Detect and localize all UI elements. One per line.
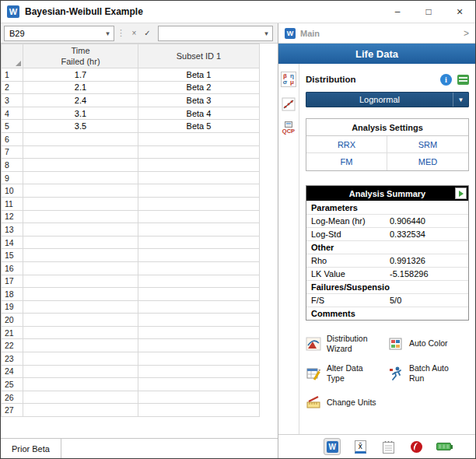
dropdown-arrow-icon[interactable]: ▼ (453, 93, 468, 107)
column-header-time-failed[interactable]: Time Failed (hr) (23, 44, 138, 68)
sheet-tab-prior-beta[interactable]: Prior Beta (1, 439, 61, 458)
cell-subset-id[interactable] (138, 210, 260, 223)
life-data-tab[interactable]: W (324, 438, 341, 455)
cell-subset-id[interactable] (138, 404, 260, 417)
cell-subset-id[interactable]: Beta 2 (138, 81, 260, 94)
cell-subset-id[interactable] (138, 275, 260, 288)
row-header[interactable]: 2 (2, 81, 23, 94)
cell-time-failed[interactable] (23, 261, 138, 275)
cell-subset-id[interactable]: Beta 3 (138, 94, 260, 107)
cell-time-failed[interactable] (23, 236, 138, 249)
close-button[interactable]: × (444, 1, 475, 23)
row-header[interactable]: 26 (2, 391, 23, 404)
notes-tab[interactable] (380, 438, 397, 455)
cell-subset-id[interactable] (138, 159, 260, 172)
cell-time-failed[interactable]: 1.7 (23, 68, 138, 82)
cell-subset-id[interactable] (138, 365, 260, 378)
tool-change-units[interactable]: Change Units (306, 392, 387, 414)
minimize-button[interactable]: – (382, 1, 413, 23)
setting-srm-link[interactable]: SRM (387, 136, 468, 153)
cell-subset-id[interactable] (138, 378, 260, 391)
tool-alter-data-type[interactable]: Alter Data Type (306, 363, 387, 384)
cell-time-failed[interactable] (23, 404, 138, 417)
cell-time-failed[interactable] (23, 365, 138, 378)
cell-subset-id[interactable] (138, 197, 260, 210)
row-header[interactable]: 10 (2, 184, 23, 198)
cell-reference-box[interactable]: B29 ▾ (4, 26, 114, 41)
row-header[interactable]: 20 (2, 314, 23, 327)
cell-subset-id[interactable] (138, 223, 260, 237)
row-header[interactable]: 11 (2, 197, 23, 210)
cell-time-failed[interactable] (23, 288, 138, 301)
folio-view-icon[interactable] (457, 75, 469, 85)
row-header[interactable]: 5 (2, 120, 23, 133)
cell-time-failed[interactable] (23, 197, 138, 210)
row-header[interactable]: 23 (2, 352, 23, 366)
cell-subset-id[interactable] (138, 249, 260, 262)
row-header[interactable]: 15 (2, 249, 23, 262)
cell-time-failed[interactable] (23, 145, 138, 159)
cell-time-failed[interactable] (23, 275, 138, 288)
cell-time-failed[interactable] (23, 184, 138, 198)
chevron-right-icon[interactable]: > (464, 28, 469, 39)
qcp-icon[interactable]: QCP (282, 121, 295, 135)
cell-subset-id[interactable]: Beta 4 (138, 107, 260, 120)
row-header[interactable]: 27 (2, 404, 23, 417)
cell-subset-id[interactable] (138, 184, 260, 198)
cancel-entry-button[interactable]: × (128, 26, 141, 40)
status-tab[interactable] (436, 438, 453, 455)
tool-distribution-wizard[interactable]: Distribution Wizard (306, 333, 387, 355)
row-header[interactable]: 19 (2, 300, 23, 314)
cell-subset-id[interactable] (138, 171, 260, 184)
cell-subset-id[interactable] (138, 236, 260, 249)
row-header[interactable]: 22 (2, 339, 23, 352)
setting-fm-link[interactable]: FM (306, 153, 387, 170)
formula-input[interactable]: ▾ (158, 26, 273, 41)
cell-subset-id[interactable] (138, 326, 260, 339)
cell-time-failed[interactable] (23, 223, 138, 237)
row-header[interactable]: 25 (2, 378, 23, 391)
cell-time-failed[interactable] (23, 352, 138, 366)
confirm-entry-button[interactable]: ✓ (141, 26, 154, 40)
distribution-parameters-icon[interactable]: β η σ μ (281, 72, 296, 87)
cell-subset-id[interactable] (138, 288, 260, 301)
cell-subset-id[interactable] (138, 391, 260, 404)
cell-time-failed[interactable]: 3.5 (23, 120, 138, 133)
cell-subset-id[interactable] (138, 314, 260, 327)
tool-auto-color[interactable]: Auto Color (388, 333, 469, 355)
setting-rrx-link[interactable]: RRX (306, 136, 387, 153)
row-header[interactable]: 17 (2, 275, 23, 288)
distribution-dropdown[interactable]: Lognormal ▼ (306, 92, 469, 107)
row-header[interactable]: 12 (2, 210, 23, 223)
info-icon[interactable]: i (440, 74, 452, 86)
chevron-down-icon[interactable]: ▾ (261, 30, 272, 37)
row-header[interactable]: 6 (2, 132, 23, 145)
maximize-button[interactable]: □ (413, 1, 444, 23)
row-header[interactable]: 21 (2, 326, 23, 339)
cell-time-failed[interactable] (23, 249, 138, 262)
setting-med-link[interactable]: MED (387, 153, 468, 170)
cell-time-failed[interactable] (23, 326, 138, 339)
row-header[interactable]: 24 (2, 365, 23, 378)
cell-subset-id[interactable]: Beta 5 (138, 120, 260, 133)
tool-batch-auto-run[interactable]: Batch Auto Run (388, 363, 469, 384)
cell-subset-id[interactable] (138, 145, 260, 159)
cell-time-failed[interactable] (23, 314, 138, 327)
reliasoft-tab[interactable] (408, 438, 425, 455)
row-header[interactable]: 1 (2, 68, 23, 82)
cell-time-failed[interactable] (23, 159, 138, 172)
cell-time-failed[interactable] (23, 378, 138, 391)
column-header-subset-id[interactable]: Subset ID 1 (138, 44, 260, 68)
row-header[interactable]: 9 (2, 171, 23, 184)
row-header[interactable]: 18 (2, 288, 23, 301)
cell-time-failed[interactable]: 3.1 (23, 107, 138, 120)
cell-time-failed[interactable] (23, 210, 138, 223)
row-header[interactable]: 14 (2, 236, 23, 249)
cell-time-failed[interactable] (23, 339, 138, 352)
cell-subset-id[interactable]: Beta 1 (138, 68, 260, 82)
row-header[interactable]: 7 (2, 145, 23, 159)
cell-time-failed[interactable]: 2.4 (23, 94, 138, 107)
select-all-cell[interactable] (2, 44, 23, 68)
row-header[interactable]: 8 (2, 159, 23, 172)
row-header[interactable]: 16 (2, 261, 23, 275)
